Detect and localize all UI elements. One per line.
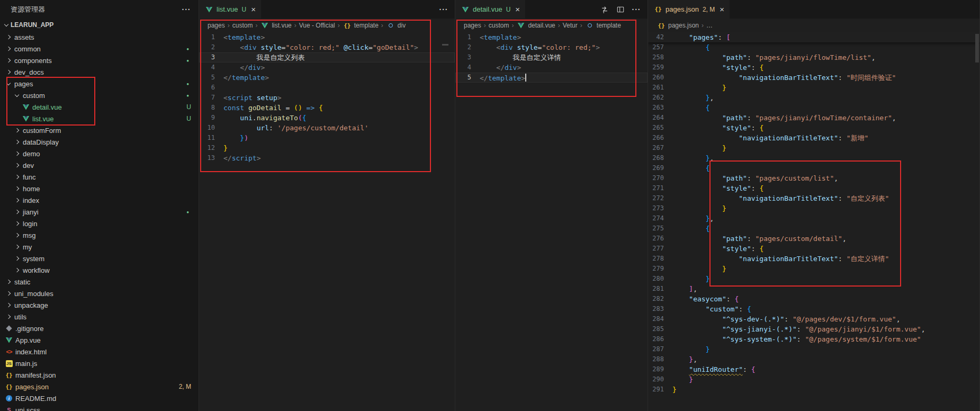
- file-list-vue[interactable]: list.vueU: [0, 113, 199, 124]
- text-cursor: [525, 74, 526, 82]
- item-label: index: [23, 196, 39, 204]
- folder-system[interactable]: system: [0, 253, 199, 264]
- file-readme-md[interactable]: iREADME.md: [0, 392, 199, 404]
- folder-unpackage[interactable]: unpackage: [0, 299, 199, 311]
- folder-custom[interactable]: custom●: [0, 90, 199, 101]
- breadcrumb-item-custom[interactable]: custom: [232, 22, 253, 29]
- close-icon[interactable]: ×: [515, 5, 520, 13]
- explorer-header: 资源管理器 ···: [0, 0, 199, 19]
- layout-icon[interactable]: [616, 5, 625, 14]
- folder-utils[interactable]: utils: [0, 311, 199, 323]
- code-line: 259 "style": {: [648, 62, 979, 73]
- folder-uni-modules[interactable]: uni_modules: [0, 288, 199, 299]
- folder-common[interactable]: common●: [0, 43, 199, 55]
- tab-detail-vue[interactable]: detail.vueU×: [455, 0, 525, 19]
- code-line: 260 "navigationBarTitleText": "时间组件验证": [648, 73, 979, 83]
- editor-actions: ···: [439, 0, 455, 19]
- git-status-badge: 2, M: [179, 383, 193, 390]
- item-label: App.vue: [15, 336, 41, 344]
- editor-group-list-vue: list.vueU×···pages›custom›list.vue›Vue -…: [199, 0, 455, 411]
- line-number: 10: [199, 123, 223, 133]
- more-icon[interactable]: ···: [632, 5, 641, 14]
- folder-jianyi[interactable]: jianyi●: [0, 206, 199, 218]
- gitignore-icon: [4, 324, 14, 333]
- folder-demo[interactable]: demo: [0, 148, 199, 159]
- folder-components[interactable]: components●: [0, 55, 199, 66]
- compare-icon[interactable]: [600, 5, 609, 14]
- close-icon[interactable]: ×: [251, 5, 256, 13]
- breadcrumb-item-template[interactable]: template: [585, 21, 621, 30]
- line-number: 268: [648, 153, 672, 163]
- project-root-item[interactable]: LEARUN_APP: [0, 19, 199, 31]
- breadcrumb-label: template: [597, 22, 621, 29]
- tab-pages-json[interactable]: {}pages.json2, M×: [648, 0, 730, 19]
- folder-dev[interactable]: dev: [0, 159, 199, 171]
- item-label: common: [14, 45, 41, 53]
- item-label: my: [23, 243, 32, 251]
- breadcrumb-item-div[interactable]: div: [386, 21, 406, 30]
- info-icon: i: [4, 394, 14, 403]
- code-line: 3 我是自定义列表: [199, 52, 455, 62]
- git-change-dot: ●: [186, 58, 193, 63]
- more-icon[interactable]: ···: [439, 5, 448, 14]
- folder-index[interactable]: index: [0, 194, 199, 206]
- editor-group-pages-json: {}pages.json2, M×{}pages.json›…42 "pages…: [648, 0, 980, 411]
- file-uni-scss[interactable]: Suni.scss: [0, 404, 199, 411]
- breadcrumb-item-custom[interactable]: custom: [489, 22, 509, 29]
- file-gitignore[interactable]: .gitignore: [0, 323, 199, 334]
- breadcrumb-item-vue-official[interactable]: Vue - Official: [299, 22, 335, 29]
- code-line: 5</template>: [455, 73, 648, 83]
- overview-ruler-marker: [442, 44, 448, 46]
- code-line: 267 }: [648, 143, 979, 153]
- code-editor[interactable]: 1<template>2 <div style="color: red;">3 …: [455, 32, 648, 411]
- breadcrumb-item-list-vue[interactable]: list.vue: [260, 21, 291, 30]
- line-number: 11: [199, 133, 223, 143]
- code-line: 286 "^sys-system-(.*)": "@/pages/system/…: [648, 334, 979, 344]
- file-index-html[interactable]: <>index.html: [0, 346, 199, 358]
- chevron-right-icon: [13, 126, 21, 135]
- explorer-more-actions-icon[interactable]: ···: [182, 5, 191, 14]
- folder-pages[interactable]: pages●: [0, 78, 199, 90]
- folder-static[interactable]: static: [0, 276, 199, 288]
- breadcrumb-item-vetur[interactable]: Vetur: [563, 22, 578, 29]
- line-number: 3: [455, 52, 480, 62]
- folder-dev-docs[interactable]: dev_docs: [0, 66, 199, 78]
- folder-my[interactable]: my: [0, 241, 199, 253]
- file-manifest-json[interactable]: {}manifest.json: [0, 369, 199, 381]
- close-icon[interactable]: ×: [720, 5, 724, 13]
- folder-home[interactable]: home: [0, 183, 199, 194]
- file-pages-json[interactable]: {}pages.json2, M: [0, 381, 199, 392]
- breadcrumb-item-detail-vue[interactable]: detail.vue: [516, 21, 555, 30]
- breadcrumb-item-item[interactable]: …: [706, 22, 713, 29]
- folder-login[interactable]: login: [0, 218, 199, 229]
- folder-datadisplay[interactable]: dataDisplay: [0, 136, 199, 148]
- folder-msg[interactable]: msg: [0, 229, 199, 241]
- vue-icon: [204, 5, 214, 14]
- breadcrumb-item-pages[interactable]: pages: [208, 22, 225, 29]
- file-app-vue[interactable]: App.vue: [0, 334, 199, 346]
- tab-git-badge: U: [241, 6, 246, 13]
- line-number: 42: [648, 32, 672, 42]
- folder-func[interactable]: func: [0, 171, 199, 183]
- code-line: 265 "style": {: [648, 123, 979, 133]
- braces-icon: {}: [657, 21, 666, 30]
- line-number: 3: [199, 52, 223, 62]
- breadcrumb-item-pages-json[interactable]: {}pages.json: [657, 21, 699, 30]
- breadcrumb-item-template[interactable]: {}template: [343, 21, 379, 30]
- code-line: 13</script>: [199, 153, 455, 163]
- code-editor[interactable]: 1<template>2 <div style="color: red;" @c…: [199, 32, 455, 411]
- code-line: 280 }: [648, 274, 979, 284]
- editor-group-detail-vue: detail.vueU×···pages›custom›detail.vue›V…: [455, 0, 648, 411]
- file-main-js[interactable]: JSmain.js: [0, 358, 199, 369]
- folder-workflow[interactable]: workflow: [0, 264, 199, 276]
- folder-assets[interactable]: assets: [0, 31, 199, 43]
- folder-customform[interactable]: customForm: [0, 124, 199, 136]
- file-detail-vue[interactable]: detail.vueU: [0, 101, 199, 113]
- vertical-scrollbar[interactable]: [975, 34, 979, 62]
- code-line: 2 <div style="color: red;" @click="goDet…: [199, 42, 455, 52]
- tab-list-vue[interactable]: list.vueU×: [199, 0, 261, 19]
- chevron-right-icon: [4, 289, 13, 298]
- chevron-right-icon: [13, 219, 21, 228]
- breadcrumb-item-pages[interactable]: pages: [464, 22, 481, 29]
- code-editor[interactable]: 42 "pages": [257 {258 "path": "pages/jia…: [648, 32, 979, 411]
